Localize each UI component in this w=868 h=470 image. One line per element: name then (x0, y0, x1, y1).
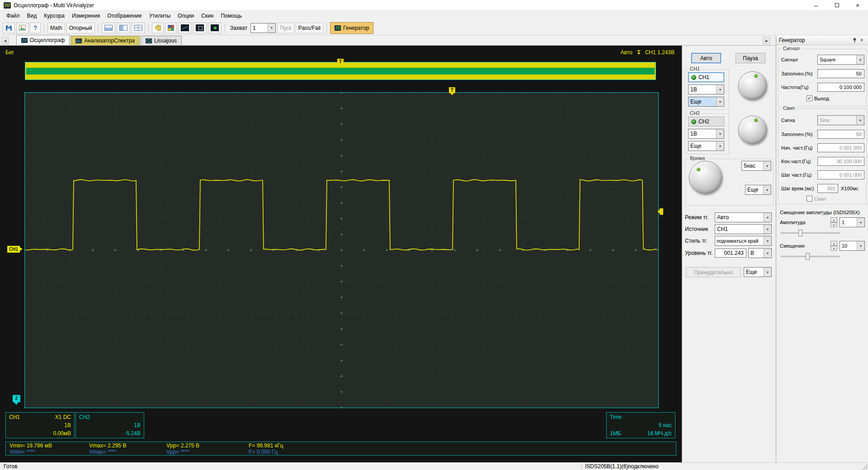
math-button[interactable]: Math (47, 23, 65, 33)
maximize-button[interactable] (826, 0, 847, 10)
timebase-knob[interactable] (689, 161, 722, 194)
display-quad-icon (134, 25, 142, 31)
chevron-down-icon: ▼ (857, 218, 864, 227)
save-button[interactable] (3, 23, 15, 33)
close-button[interactable]: × (847, 0, 868, 10)
sweep-signal-select[interactable]: Sine▼ (817, 115, 864, 125)
window-title: Осциллограф - Multi VirAnalyzer (14, 2, 94, 9)
start-button[interactable]: Пуск (277, 23, 294, 33)
ch2-zero-marker[interactable]: 2 (13, 395, 20, 402)
slider-thumb[interactable] (798, 230, 802, 236)
square-wave-icon (335, 25, 341, 31)
menu-options[interactable]: Опции (174, 12, 198, 20)
ch2-more-select[interactable]: Еще▼ (688, 141, 724, 151)
chevron-down-icon: ▼ (764, 236, 771, 245)
slider-thumb[interactable] (806, 253, 810, 260)
offset-slider[interactable] (781, 252, 840, 260)
chevron-down-icon: ▼ (764, 213, 771, 222)
capture-select[interactable]: 1 ▼ (250, 23, 276, 33)
trigger-more-select[interactable]: Еще▼ (744, 267, 772, 277)
resize-grip[interactable] (862, 464, 867, 469)
menu-utilities[interactable]: Утилиты (145, 12, 174, 20)
vmax-ch2: Vmax= **** (89, 449, 166, 455)
amplitude-slider[interactable] (781, 229, 840, 237)
help-button[interactable]: ? (30, 23, 41, 33)
frequency-input[interactable]: 0 100 000 (817, 83, 864, 92)
diagonal-line-icon (181, 24, 189, 31)
trigger-mode-select[interactable]: Авто▼ (715, 212, 772, 222)
memory-depth-readout: 1МБ (610, 430, 621, 437)
ch1-scale-select[interactable]: 1В▼ (688, 85, 724, 94)
display-single-button[interactable] (102, 23, 115, 33)
close-panel-button[interactable]: × (858, 37, 865, 44)
capture-label: Захват (228, 25, 249, 31)
reference-button[interactable]: Опорный (66, 23, 95, 33)
tab-oscilloscope[interactable]: Осциллограф (16, 35, 70, 45)
color-grid-button[interactable] (165, 23, 177, 33)
ch2-enable-button[interactable]: CH2 (688, 117, 724, 127)
ch2-scale-select[interactable]: 1В▼ (688, 129, 724, 139)
ch1-more-select[interactable]: Еще▼ (688, 97, 724, 107)
ch1-scale-readout: 1В (64, 422, 71, 428)
menu-skin[interactable]: Скин (198, 12, 217, 20)
output-checkbox[interactable]: ✓ (807, 95, 812, 101)
step-freq-label: Шаг част.(Гц) (781, 170, 811, 179)
offset-select[interactable]: 10▼ (840, 241, 865, 251)
run-auto-button[interactable]: Авто (691, 53, 721, 63)
minimize-button[interactable]: – (806, 0, 826, 10)
time-more-select[interactable]: Еще▼ (745, 185, 771, 195)
menu-display[interactable]: Отображение (104, 12, 145, 20)
passfail-button[interactable]: Pass/Fail (296, 23, 323, 33)
ch1-readout-title: CH1 (9, 414, 20, 420)
trigger-source-select[interactable]: CH1▼ (715, 224, 772, 234)
timebase-group: Время 5нас▼ Еще▼ (685, 159, 774, 206)
signal-type-select[interactable]: Square▼ (817, 55, 864, 65)
step-freq-input[interactable]: 0 001 000 (817, 170, 864, 179)
sweep-duty-input[interactable]: 50 (817, 130, 864, 139)
menu-view[interactable]: Вид (24, 12, 41, 20)
ch1-zero-marker[interactable]: CH1 (7, 246, 20, 253)
display-quad-button[interactable] (132, 23, 145, 33)
dot-style-button[interactable] (208, 23, 222, 33)
amplitude-select[interactable]: 1▼ (840, 217, 865, 227)
generator-toggle-button[interactable]: Генератор (330, 22, 373, 34)
step-time-input[interactable]: 001 (817, 184, 838, 193)
tab-scroll-right[interactable]: ▶ (763, 37, 770, 44)
force-trigger-button[interactable]: Принудительно (686, 267, 741, 277)
trigger-level-input[interactable]: 001.243 (715, 249, 746, 258)
menu-bar: Файл Вид Курсора Измерения Отображение У… (0, 11, 868, 21)
tab-spectrum-analyzer[interactable]: АнализаторСпектра (71, 36, 140, 45)
trigger-style-select[interactable]: подниматься край▼ (715, 236, 772, 246)
display-split-button[interactable] (117, 23, 130, 33)
ch1-enable-button[interactable]: CH1 (688, 72, 724, 82)
trigger-time-flag[interactable]: T (449, 87, 455, 93)
menu-cursors[interactable]: Курсора (40, 12, 68, 20)
trigger-position-flag[interactable]: T (337, 59, 344, 65)
pause-button[interactable]: Пауза (736, 53, 765, 63)
trigger-level-unit-select[interactable]: В▼ (748, 248, 772, 258)
timebase-select[interactable]: 5нас▼ (741, 161, 771, 171)
tab-lissajous[interactable]: Lissajous (141, 36, 182, 45)
offset-spinner[interactable]: ▲▼ (830, 241, 837, 251)
menu-file[interactable]: Файл (3, 12, 24, 20)
ch2-position-knob[interactable] (738, 116, 767, 145)
menu-measure[interactable]: Измерения (68, 12, 104, 20)
ch1-position-knob[interactable] (738, 71, 767, 100)
label-button[interactable] (152, 23, 164, 33)
sweep-checkbox[interactable]: ✓ (807, 196, 812, 202)
duty-input[interactable]: 50 (817, 69, 864, 78)
line-style-diagonal-button[interactable] (178, 23, 192, 33)
end-freq-input[interactable]: 00 100 000 (817, 157, 864, 166)
trigger-level-marker[interactable] (656, 208, 663, 215)
display-single-icon (104, 25, 113, 31)
tab-scroll-left[interactable]: ◀ (1, 37, 9, 44)
export-image-button[interactable] (16, 23, 28, 33)
step-time-label: Шаг врем.(мс) (781, 184, 814, 193)
menu-help[interactable]: Помощь (217, 12, 245, 20)
start-freq-input[interactable]: 0 001 000 (817, 143, 864, 152)
status-device: ISDS205B(1.1)(6)подключено (585, 463, 659, 470)
pin-panel-button[interactable] (851, 37, 858, 44)
line-style-square-button[interactable] (193, 23, 207, 33)
amplitude-spinner[interactable]: ▲▼ (830, 217, 837, 227)
app-window: Осциллограф - Multi VirAnalyzer – × Файл… (0, 0, 868, 470)
